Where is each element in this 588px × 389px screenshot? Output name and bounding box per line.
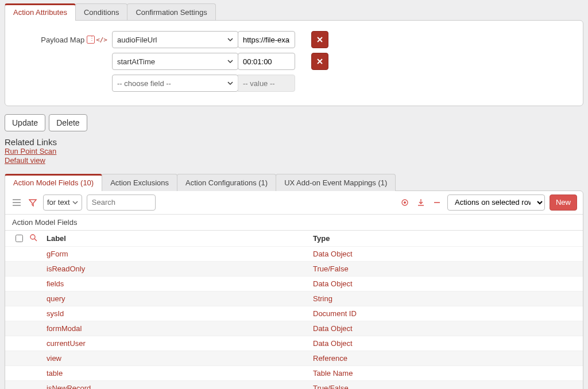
table-header: Label Type — [5, 231, 583, 247]
tab-action-model-fields[interactable]: Action Model Fields (10) — [5, 174, 102, 191]
filter-icon[interactable] — [27, 197, 38, 208]
row-label-link[interactable]: currentUser — [47, 339, 86, 348]
list-toolbar: for text Actions on selected rows... New — [5, 191, 583, 215]
tab-conditions[interactable]: Conditions — [75, 3, 127, 21]
delete-button[interactable]: Delete — [49, 114, 87, 131]
tab-action-configurations[interactable]: Action Configurations (1) — [177, 174, 276, 191]
action-attributes-panel: Payload Map </> audioFileUrl startAtTime — [5, 20, 583, 106]
row-type-link[interactable]: Data Object — [313, 339, 353, 348]
payload-field-select-0[interactable]: audioFileUrl — [112, 31, 238, 48]
action-model-fields-list: for text Actions on selected rows... New… — [5, 190, 583, 390]
table-row: gFormData Object — [5, 247, 583, 262]
row-type-link[interactable]: String — [313, 294, 332, 303]
table-row: formModalData Object — [5, 321, 583, 336]
search-mode-select[interactable]: for text — [43, 194, 82, 211]
tab-action-attributes[interactable]: Action Attributes — [5, 3, 76, 21]
row-type-link[interactable]: True/False — [313, 384, 349, 390]
link-run-point-scan[interactable]: Run Point Scan — [5, 147, 583, 156]
related-lists-tabs: Action Model Fields (10) Action Exclusio… — [5, 174, 583, 191]
row-label-link[interactable]: isNewRecord — [47, 384, 91, 390]
update-button[interactable]: Update — [5, 114, 45, 131]
row-label-link[interactable]: formModal — [47, 324, 82, 333]
row-label-link[interactable]: gForm — [47, 250, 68, 258]
table-row: sysIdDocument ID — [5, 306, 583, 321]
export-icon[interactable] — [415, 197, 427, 208]
row-label-link[interactable]: sysId — [47, 309, 64, 318]
payload-value-input-1[interactable] — [238, 53, 295, 70]
payload-value-placeholder: -- value -- — [238, 75, 295, 92]
row-type-link[interactable]: Document ID — [313, 309, 357, 318]
row-label-link[interactable]: fields — [47, 279, 64, 288]
row-label-link[interactable]: view — [47, 354, 61, 363]
payload-tree-icon[interactable] — [87, 36, 95, 44]
top-tab-strip: Action Attributes Conditions Confirmatio… — [5, 3, 583, 21]
select-all-checkbox[interactable] — [16, 235, 23, 242]
close-icon — [316, 58, 323, 65]
col-label[interactable]: Label — [47, 234, 313, 243]
table-row: isReadOnlyTrue/False — [5, 262, 583, 277]
table-row: queryString — [5, 291, 583, 306]
list-title: Action Model Fields — [5, 215, 583, 231]
payload-map-label: Payload Map </> — [14, 36, 112, 44]
row-type-link[interactable]: Data Object — [313, 250, 353, 258]
row-label-link[interactable]: query — [47, 294, 65, 303]
payload-delete-row-1[interactable] — [311, 53, 328, 70]
table-row: fieldsData Object — [5, 277, 583, 291]
close-icon — [316, 36, 323, 43]
link-default-view[interactable]: Default view — [5, 156, 583, 165]
list-search-input[interactable] — [87, 194, 156, 211]
tab-action-exclusions[interactable]: Action Exclusions — [102, 174, 177, 191]
row-label-link[interactable]: table — [47, 369, 63, 378]
row-type-link[interactable]: Data Object — [313, 279, 353, 288]
chevron-down-icon — [227, 80, 233, 86]
personalize-columns-icon[interactable] — [399, 197, 411, 208]
payload-code-icon[interactable]: </> — [96, 36, 107, 44]
chevron-down-icon — [72, 200, 78, 205]
payload-field-select-new[interactable]: -- choose field -- — [112, 75, 238, 92]
payload-field-select-1[interactable]: startAtTime — [112, 53, 238, 70]
tab-confirmation-settings[interactable]: Confirmation Settings — [127, 3, 215, 21]
list-menu-icon[interactable] — [11, 197, 22, 208]
related-links-title: Related Links — [5, 137, 583, 147]
payload-delete-row-0[interactable] — [311, 31, 328, 48]
bulk-actions-select[interactable]: Actions on selected rows... — [447, 194, 545, 211]
row-type-link[interactable]: True/False — [313, 264, 349, 273]
svg-point-1 — [404, 201, 405, 203]
table-row: viewReference — [5, 351, 583, 366]
collapse-icon[interactable] — [431, 197, 443, 208]
table-row: currentUserData Object — [5, 336, 583, 351]
col-type[interactable]: Type — [313, 234, 579, 243]
row-label-link[interactable]: isReadOnly — [47, 264, 85, 273]
svg-point-2 — [30, 235, 35, 239]
row-type-link[interactable]: Data Object — [313, 324, 353, 333]
table-row: isNewRecordTrue/False — [5, 381, 583, 390]
row-type-link[interactable]: Table Name — [313, 369, 353, 378]
table-row: tableTable Name — [5, 366, 583, 381]
chevron-down-icon — [227, 37, 233, 42]
new-button[interactable]: New — [550, 194, 577, 211]
chevron-down-icon — [227, 59, 233, 64]
payload-value-input-0[interactable] — [238, 31, 295, 48]
column-search-icon[interactable] — [29, 234, 37, 242]
row-type-link[interactable]: Reference — [313, 354, 347, 363]
tab-ux-addon-event-mappings[interactable]: UX Add-on Event Mappings (1) — [276, 174, 396, 191]
